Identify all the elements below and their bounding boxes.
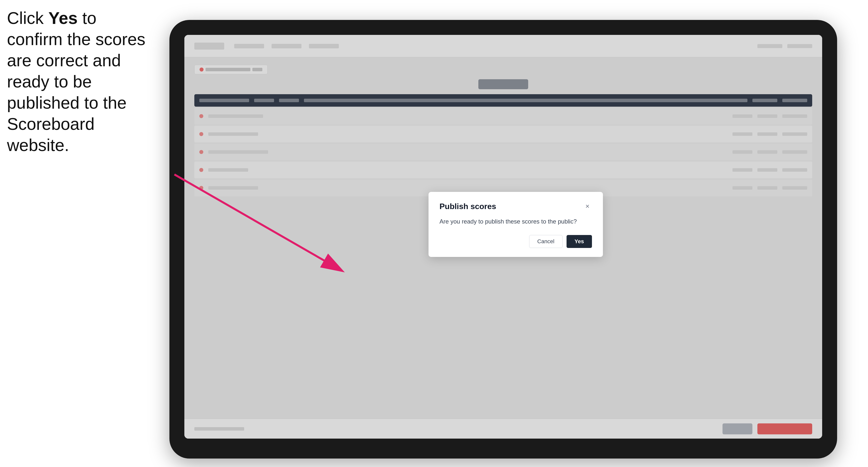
tablet-screen: Publish scores × Are you ready to publis… xyxy=(184,35,822,439)
annotation-part2: to confirm the scores are correct and re… xyxy=(7,8,146,155)
modal-overlay: Publish scores × Are you ready to publis… xyxy=(184,35,822,439)
yes-button[interactable]: Yes xyxy=(566,235,592,248)
annotation-bold: Yes xyxy=(48,8,78,27)
close-icon: × xyxy=(586,203,589,210)
modal-header: Publish scores × xyxy=(439,202,592,211)
modal-footer: Cancel Yes xyxy=(439,235,592,248)
annotation-part1: Click xyxy=(7,8,48,27)
modal-dialog: Publish scores × Are you ready to publis… xyxy=(429,192,603,257)
modal-close-button[interactable]: × xyxy=(583,202,592,211)
modal-body: Are you ready to publish these scores to… xyxy=(439,217,592,226)
modal-title: Publish scores xyxy=(439,202,496,211)
cancel-button[interactable]: Cancel xyxy=(529,235,563,248)
annotation-text: Click Yes to confirm the scores are corr… xyxy=(7,7,147,156)
tablet-device: Publish scores × Are you ready to publis… xyxy=(169,20,837,459)
